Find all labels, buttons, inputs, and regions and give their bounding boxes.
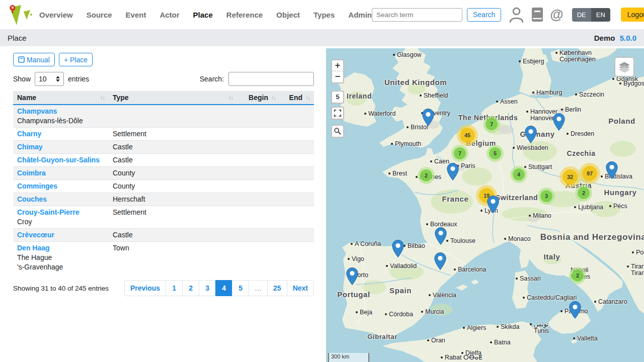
place-link[interactable]: Den Haag bbox=[17, 244, 105, 252]
page-button-25[interactable]: 25 bbox=[267, 280, 287, 296]
map-marker[interactable] bbox=[435, 227, 447, 245]
sort-icon[interactable]: ↑↓ bbox=[228, 95, 233, 101]
table-row[interactable]: Crouy-Saint-PierreCroySettlement bbox=[13, 206, 314, 229]
table-row[interactable]: ChimayCastle bbox=[13, 141, 314, 154]
map-marker[interactable] bbox=[553, 113, 565, 131]
nav-item-types[interactable]: Types bbox=[313, 11, 335, 19]
place-link[interactable]: Chimay bbox=[17, 143, 105, 151]
sort-icon[interactable]: ↑↓ bbox=[100, 95, 105, 101]
global-search-button[interactable]: Search bbox=[467, 8, 501, 22]
page-button-1[interactable]: 1 bbox=[166, 280, 183, 296]
contact-at-icon[interactable]: @ bbox=[550, 8, 563, 22]
map[interactable]: United KingdomIrelandThe NetherlandsBelg… bbox=[326, 48, 644, 362]
page-button-4[interactable]: 4 bbox=[215, 280, 232, 296]
nav-item-actor[interactable]: Actor bbox=[159, 11, 179, 19]
add-place-button[interactable]: + Place bbox=[59, 53, 93, 66]
table-row[interactable]: CouchesHerrschaft bbox=[13, 193, 314, 206]
profile-icon[interactable] bbox=[508, 7, 525, 23]
page-size-select[interactable]: 10 bbox=[35, 72, 64, 86]
version-link[interactable]: 5.0.0 bbox=[620, 34, 636, 42]
map-marker[interactable] bbox=[434, 252, 446, 270]
place-list-panel: Manual + Place Show 10 entries Search: N… bbox=[13, 53, 314, 296]
page-button-5[interactable]: 5 bbox=[232, 280, 249, 296]
map-cluster[interactable]: 45 bbox=[457, 125, 478, 146]
page-button-3[interactable]: 3 bbox=[199, 280, 216, 296]
column-header-type[interactable]: Type↑↓ bbox=[109, 91, 237, 105]
map-marker[interactable] bbox=[346, 267, 358, 286]
map-cluster[interactable]: 97 bbox=[579, 163, 600, 184]
table-search-input[interactable] bbox=[228, 72, 314, 86]
city-label-text: Barcelona bbox=[458, 266, 486, 273]
place-link[interactable]: Charny bbox=[17, 130, 105, 138]
map-marker[interactable] bbox=[487, 196, 499, 214]
map-marker[interactable] bbox=[422, 109, 434, 127]
city-dot bbox=[421, 311, 423, 313]
zoom-in-button[interactable]: + bbox=[332, 60, 343, 71]
lang-de-button[interactable]: DE bbox=[572, 8, 591, 22]
place-link[interactable]: Couches bbox=[17, 195, 105, 203]
place-link[interactable]: Champvans bbox=[17, 107, 105, 115]
column-header-name[interactable]: Name↑↓ bbox=[13, 91, 109, 105]
map-cluster[interactable]: 7 bbox=[451, 145, 468, 162]
map-cluster[interactable]: 4 bbox=[510, 166, 527, 183]
page-button-next[interactable]: Next bbox=[287, 280, 314, 296]
page-button-2[interactable]: 2 bbox=[182, 280, 199, 296]
sort-icon[interactable]: ↑↓ bbox=[305, 95, 310, 101]
place-link[interactable]: Comminges bbox=[17, 182, 105, 190]
lang-en-button[interactable]: EN bbox=[591, 8, 610, 22]
nav-item-reference[interactable]: Reference bbox=[226, 11, 263, 19]
city-dot bbox=[529, 215, 531, 217]
page-button-previous[interactable]: Previous bbox=[124, 280, 166, 296]
map-cluster[interactable]: 32 bbox=[559, 166, 581, 188]
zoom-out-button[interactable]: − bbox=[332, 71, 343, 82]
place-link[interactable]: Coimbra bbox=[17, 169, 105, 177]
place-link[interactable]: Crouy-Saint-Pierre bbox=[17, 208, 105, 216]
table-row[interactable]: ChampvansChampvans-lès-Dôle bbox=[13, 105, 314, 128]
table-row[interactable]: Den HaagThe Hague's-GravenhageTown bbox=[13, 242, 314, 274]
map-cluster[interactable]: 7 bbox=[483, 116, 500, 133]
map-search-button[interactable] bbox=[331, 125, 344, 138]
map-marker[interactable] bbox=[569, 301, 581, 319]
manual-book-icon[interactable] bbox=[530, 7, 544, 22]
zoom-level-indicator[interactable]: 5 bbox=[331, 90, 344, 104]
manual-button[interactable]: Manual bbox=[13, 53, 55, 66]
city-dot bbox=[351, 243, 353, 245]
type-cell: Settlement bbox=[109, 206, 237, 229]
city-label: Barcelona bbox=[454, 266, 486, 273]
nav-item-source[interactable]: Source bbox=[87, 11, 112, 19]
layers-control[interactable] bbox=[614, 57, 634, 77]
table-row[interactable]: CommingesCounty bbox=[13, 180, 314, 193]
nav-item-object[interactable]: Object bbox=[276, 11, 300, 19]
map-cluster[interactable]: 2 bbox=[418, 167, 435, 184]
column-header-end[interactable]: End↑↓ bbox=[280, 91, 314, 105]
table-row[interactable]: CoimbraCounty bbox=[13, 167, 314, 180]
map-cluster[interactable]: 5 bbox=[487, 145, 504, 162]
sort-icon[interactable]: ↑↓ bbox=[271, 95, 276, 101]
nav-item-admin[interactable]: Admin bbox=[348, 11, 372, 19]
place-link[interactable]: Châtel-Guyon-sur-Salins bbox=[17, 156, 105, 164]
map-marker[interactable] bbox=[606, 161, 618, 179]
breadcrumb-bar: Place Demo 5.0.0 bbox=[0, 29, 644, 46]
map-marker[interactable] bbox=[447, 163, 459, 181]
nav-item-event[interactable]: Event bbox=[126, 11, 146, 19]
table-row[interactable]: CrèvecœurCastle bbox=[13, 229, 314, 242]
map-cluster[interactable]: 2 bbox=[575, 185, 592, 202]
place-link[interactable]: Crèvecœur bbox=[17, 231, 105, 239]
global-search-input[interactable] bbox=[372, 8, 462, 22]
map-marker[interactable] bbox=[525, 126, 537, 144]
map-marker[interactable] bbox=[392, 240, 404, 258]
nav-item-overview[interactable]: Overview bbox=[39, 11, 73, 19]
fullscreen-button[interactable] bbox=[331, 107, 344, 120]
city-dot bbox=[526, 111, 528, 113]
column-header-begin[interactable]: Begin↑↓ bbox=[237, 91, 280, 105]
city-label: Murcia bbox=[421, 309, 444, 315]
map-cluster[interactable]: 2 bbox=[569, 267, 586, 284]
begin-cell bbox=[237, 229, 280, 242]
app-logo-icon[interactable] bbox=[8, 3, 33, 26]
table-row[interactable]: Châtel-Guyon-sur-SalinsCastle bbox=[13, 154, 314, 167]
nav-item-place[interactable]: Place bbox=[193, 11, 213, 19]
map-cluster[interactable]: 3 bbox=[538, 188, 555, 205]
logout-button[interactable]: Logout bbox=[621, 8, 644, 22]
manual-button-label: Manual bbox=[27, 56, 50, 64]
table-row[interactable]: CharnySettlement bbox=[13, 128, 314, 141]
